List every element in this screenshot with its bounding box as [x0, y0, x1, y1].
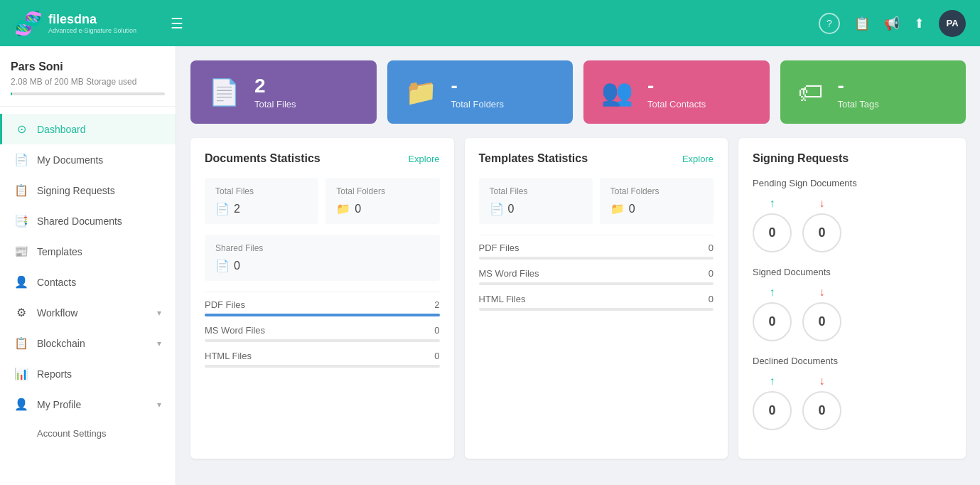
sidebar-item-label: Workflow: [37, 307, 149, 319]
sidebar-item-label: Blockchain: [37, 338, 149, 349]
total-folders-label: Total Folders: [451, 99, 504, 110]
signed-received-counter: ↓ 0: [802, 286, 841, 341]
tmpl-msword-bar: [479, 282, 714, 285]
user-avatar[interactable]: PA: [939, 10, 966, 37]
docs-html-header: HTML Files 0: [205, 351, 440, 361]
tmpl-msword-header: MS Word Files 0: [479, 268, 714, 279]
total-files-label: Total Files: [254, 99, 296, 110]
shared-file-icon: 📄: [215, 259, 230, 272]
user-name: Pars Soni: [11, 60, 165, 73]
docs-pdf-label: PDF Files: [205, 299, 245, 310]
total-contacts-label: Total Contacts: [647, 99, 706, 110]
sidebar-item-my-profile[interactable]: 👤 My Profile ▾: [0, 389, 176, 420]
sidebar-item-workflow[interactable]: ⚙ Workflow ▾: [0, 297, 176, 328]
sidebar-item-label: Reports: [37, 368, 161, 380]
docs-msword-value: 0: [434, 325, 439, 336]
my-documents-icon: 📄: [14, 153, 28, 166]
stat-card-info: - Total Folders: [451, 75, 504, 110]
upload-icon[interactable]: ⬆: [914, 16, 925, 31]
nav-menu: ⊙ Dashboard 📄 My Documents 📋 Signing Req…: [0, 107, 176, 485]
blockchain-icon: 📋: [14, 336, 28, 350]
arrow-down-icon: ↓: [819, 375, 825, 388]
navbar-left: 🧬 filesdna Advanced e-Signature Solution…: [14, 10, 183, 37]
sidebar-item-contacts[interactable]: 👤 Contacts: [0, 267, 176, 297]
signing-panel-header: Signing Requests: [753, 152, 952, 165]
total-files-icon: 📄: [208, 78, 240, 107]
sidebar-item-account-settings[interactable]: Account Settings: [0, 420, 176, 447]
sidebar-item-reports[interactable]: 📊 Reports: [0, 358, 176, 389]
templates-explore-link[interactable]: Explore: [682, 154, 714, 164]
panel-header: Documents Statistics Explore: [205, 152, 440, 165]
tmpl-msword-label: MS Word Files: [479, 268, 539, 279]
workflow-icon: ⚙: [14, 306, 28, 319]
docs-shared-files-box: Shared Files 📄 0: [205, 235, 440, 281]
docs-total-folders-box: Total Folders 📁 0: [325, 178, 439, 224]
sidebar-item-blockchain[interactable]: 📋 Blockchain ▾: [0, 328, 176, 358]
arrow-up-icon: ↑: [770, 197, 775, 210]
docs-msword-label: MS Word Files: [205, 325, 265, 336]
declined-sent-circle: 0: [753, 391, 792, 430]
documents-explore-link[interactable]: Explore: [408, 154, 439, 164]
declined-received-circle: 0: [802, 391, 841, 430]
hamburger-icon[interactable]: ☰: [171, 15, 183, 32]
tmpl-total-files-value: 📄 0: [490, 202, 582, 215]
docs-pdf-fill: [205, 314, 440, 316]
stat-card-total-folders: 📁 - Total Folders: [387, 60, 574, 124]
tmpl-html-label: HTML Files: [479, 294, 526, 304]
arrow-up-icon: ↑: [770, 375, 775, 388]
stat-card-info: - Total Tags: [838, 75, 879, 110]
my-profile-icon: 👤: [14, 398, 28, 411]
docs-html-stat: HTML Files 0: [205, 351, 440, 368]
content-area: 📄 2 Total Files 📁 - Total Folders 👥 - To…: [176, 46, 980, 485]
total-files-number: 2: [254, 75, 296, 97]
sidebar-item-signing-requests[interactable]: 📋 Signing Requests: [0, 175, 176, 206]
docs-pdf-stat: PDF Files 2: [205, 299, 440, 316]
tmpl-html-bar: [479, 308, 714, 311]
sidebar-item-label: Account Settings: [37, 428, 161, 439]
sidebar-item-label: Shared Documents: [37, 215, 161, 227]
stat-card-total-tags: 🏷 - Total Tags: [780, 60, 966, 124]
logo-dna-icon: 🧬: [14, 10, 43, 37]
help-icon[interactable]: ?: [819, 13, 840, 34]
stat-card-info: 2 Total Files: [254, 75, 296, 110]
docs-pdf-bar: [205, 314, 440, 316]
docs-total-files-label: Total Files: [215, 186, 308, 196]
tmpl-msword-value: 0: [709, 268, 714, 279]
logo-area: 🧬 filesdna Advanced e-Signature Solution: [14, 10, 156, 37]
panel-header: Templates Statistics Explore: [479, 152, 714, 165]
docs-stats-grid: Total Files 📄 2 Total Folders 📁 0: [205, 178, 440, 224]
dashboard-icon: ⊙: [14, 122, 28, 136]
sidebar-item-shared-documents[interactable]: 📑 Shared Documents: [0, 206, 176, 236]
sidebar: Pars Soni 2.08 MB of 200 MB Storage used…: [0, 46, 176, 485]
signed-section: Signed Documents ↑ 0 ↓ 0: [753, 267, 952, 341]
tmpl-total-folders-label: Total Folders: [610, 186, 703, 196]
docs-shared-files-label: Shared Files: [215, 243, 429, 253]
stat-card-total-contacts: 👥 - Total Contacts: [583, 60, 770, 124]
signed-received-circle: 0: [802, 302, 841, 341]
chevron-down-icon: ▾: [157, 400, 161, 410]
navbar: 🧬 filesdna Advanced e-Signature Solution…: [0, 0, 980, 46]
tmpl-pdf-header: PDF Files 0: [479, 242, 714, 253]
sidebar-item-dashboard[interactable]: ⊙ Dashboard: [0, 114, 176, 144]
total-tags-label: Total Tags: [838, 99, 879, 110]
documents-stats-title: Documents Statistics: [205, 152, 321, 165]
documents-statistics-panel: Documents Statistics Explore Total Files…: [190, 138, 454, 459]
megaphone-icon[interactable]: 📢: [884, 16, 900, 31]
docs-shared-files-value: 📄 0: [215, 259, 429, 272]
docs-pdf-header: PDF Files 2: [205, 299, 440, 310]
docs-msword-header: MS Word Files 0: [205, 325, 440, 336]
storage-bar: [11, 92, 165, 95]
docs-shared-grid: Shared Files 📄 0: [205, 235, 440, 281]
tmpl-msword-stat: MS Word Files 0: [479, 268, 714, 285]
shared-documents-icon: 📑: [14, 214, 28, 228]
total-contacts-icon: 👥: [601, 78, 633, 107]
document-icon[interactable]: 📋: [854, 16, 870, 31]
sidebar-item-my-documents[interactable]: 📄 My Documents: [0, 144, 176, 175]
declined-section: Declined Documents ↑ 0 ↓ 0: [753, 356, 952, 430]
docs-total-folders-value: 📁 0: [336, 202, 429, 215]
docs-msword-bar: [205, 339, 440, 342]
sidebar-item-templates[interactable]: 📰 Templates: [0, 236, 176, 267]
signed-counters: ↑ 0 ↓ 0: [753, 286, 952, 341]
stat-cards: 📄 2 Total Files 📁 - Total Folders 👥 - To…: [190, 60, 966, 124]
total-folders-icon: 📁: [405, 78, 437, 107]
